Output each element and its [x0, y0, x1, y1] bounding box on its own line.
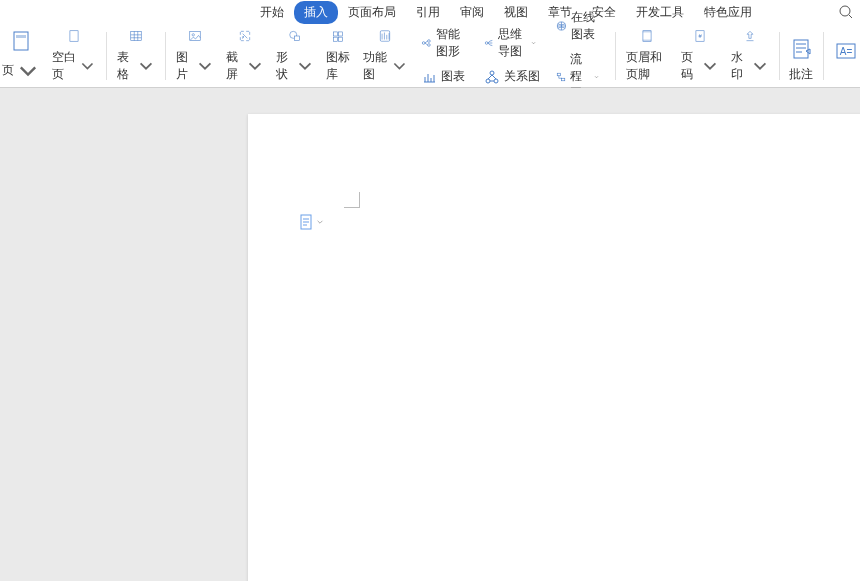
svg-rect-11: [131, 31, 142, 40]
icon-library-label: 图标库: [326, 49, 352, 83]
header-footer-button[interactable]: 页眉和页脚: [620, 27, 675, 85]
tab-references[interactable]: 引用: [406, 1, 450, 24]
tab-insert[interactable]: 插入: [294, 1, 338, 24]
chevron-down-icon: [246, 54, 264, 78]
search-icon[interactable]: [838, 4, 854, 24]
svg-rect-5: [153, 6, 161, 16]
svg-point-23: [428, 44, 431, 47]
svg-rect-18: [334, 37, 338, 41]
chevron-down-icon: [316, 218, 324, 226]
chevron-down-icon: [391, 54, 408, 78]
svg-rect-17: [339, 31, 343, 35]
blank-page-button[interactable]: 空白页: [46, 27, 102, 85]
svg-point-7: [840, 6, 850, 16]
svg-rect-1: [77, 6, 83, 10]
chevron-down-icon: [531, 39, 536, 47]
svg-rect-32: [643, 30, 651, 32]
chevron-down-icon: [79, 54, 96, 78]
chevron-down-icon: [196, 54, 214, 78]
svg-point-26: [486, 79, 490, 83]
cursor-position-mark: [344, 192, 360, 208]
svg-rect-9: [16, 35, 26, 38]
watermark-label: 水印: [731, 49, 749, 83]
chevron-down-icon: [211, 8, 219, 16]
file-menu[interactable]: 文件: [4, 1, 54, 22]
smart-art-icon: [421, 35, 432, 51]
redo-button[interactable]: [195, 4, 219, 20]
chevron-down-icon: [187, 8, 195, 16]
cover-page-button[interactable]: 页: [2, 27, 46, 85]
print-icon[interactable]: [121, 1, 143, 23]
tab-view[interactable]: 视图: [494, 1, 538, 24]
icon-library-button[interactable]: 图标库: [320, 27, 358, 85]
chevron-down-icon: [594, 73, 599, 81]
mind-map-icon: [484, 35, 494, 51]
comment-button[interactable]: 批注: [783, 27, 819, 85]
picture-button[interactable]: 图片: [170, 27, 220, 85]
page-number-button[interactable]: # 页码: [675, 27, 725, 85]
page-icon: [300, 214, 314, 230]
online-chart-icon: [556, 18, 567, 34]
feature-chart-button[interactable]: 功能图: [357, 27, 413, 85]
svg-rect-3: [129, 7, 135, 10]
smart-art-button[interactable]: 智能图形: [417, 22, 471, 64]
shapes-button[interactable]: 形状: [270, 27, 320, 85]
screenshot-button[interactable]: 截屏: [220, 27, 270, 85]
separator: [823, 32, 824, 80]
svg-point-27: [494, 79, 498, 83]
customize-qat-icon[interactable]: [229, 1, 251, 23]
svg-rect-19: [339, 37, 343, 41]
undo-button[interactable]: [171, 4, 195, 20]
chart-icon: [421, 69, 437, 85]
screenshot-label: 截屏: [226, 49, 244, 83]
watermark-button[interactable]: 水印: [725, 27, 775, 85]
save-icon[interactable]: [69, 1, 91, 23]
shapes-label: 形状: [276, 49, 294, 83]
blank-page-label: 空白页: [52, 49, 77, 83]
text-box-button[interactable]: A=: [828, 27, 858, 85]
online-chart-button[interactable]: 在线图表: [552, 5, 608, 47]
relation-chart-button[interactable]: 关系图: [480, 64, 544, 89]
separator: [60, 4, 61, 20]
picture-label: 图片: [176, 49, 194, 83]
separator: [779, 32, 780, 80]
tab-page-layout[interactable]: 页面布局: [338, 1, 406, 24]
online-chart-label: 在线图表: [571, 9, 604, 43]
svg-point-21: [423, 42, 426, 45]
chevron-down-icon: [137, 54, 155, 78]
separator: [615, 32, 616, 80]
svg-rect-0: [74, 6, 86, 18]
export-icon[interactable]: [95, 1, 117, 23]
svg-rect-36: [794, 40, 808, 58]
document-page[interactable]: [248, 114, 860, 581]
separator: [106, 32, 107, 80]
svg-text:#: #: [698, 33, 702, 39]
tab-start[interactable]: 开始: [250, 1, 294, 24]
svg-point-22: [428, 40, 431, 43]
chevron-down-icon: [296, 54, 314, 78]
svg-point-13: [192, 33, 194, 35]
tab-special[interactable]: 特色应用: [694, 1, 762, 24]
svg-rect-15: [294, 36, 299, 41]
print-preview-icon[interactable]: [147, 1, 169, 23]
mind-map-button[interactable]: 思维导图: [480, 22, 544, 64]
tab-review[interactable]: 审阅: [450, 1, 494, 24]
separator: [165, 32, 166, 80]
svg-rect-8: [14, 32, 28, 50]
svg-text:A=: A=: [840, 46, 853, 57]
relation-chart-label: 关系图: [504, 68, 540, 85]
svg-rect-20: [381, 30, 390, 41]
svg-rect-16: [334, 31, 338, 35]
smart-art-label: 智能图形: [436, 26, 468, 60]
feature-chart-label: 功能图: [363, 49, 388, 83]
comment-label: 批注: [789, 66, 813, 83]
chevron-down-icon: [16, 59, 40, 83]
table-button[interactable]: 表格: [111, 27, 161, 85]
svg-rect-29: [557, 73, 560, 76]
chart-button[interactable]: 图表: [417, 64, 471, 89]
svg-point-25: [490, 71, 494, 75]
section-properties-button[interactable]: [300, 214, 324, 230]
document-workspace[interactable]: [0, 88, 860, 581]
header-footer-label: 页眉和页脚: [626, 49, 669, 83]
tab-dev-tools[interactable]: 开发工具: [626, 1, 694, 24]
